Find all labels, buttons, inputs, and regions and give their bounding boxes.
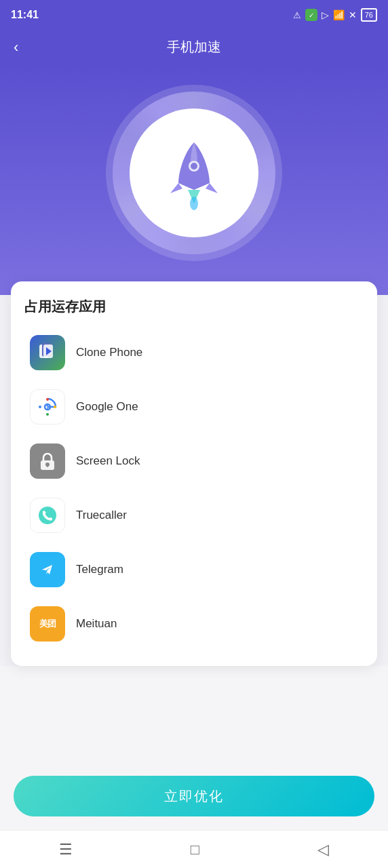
list-item: Truecaller (24, 490, 364, 541)
screen-lock-svg (38, 451, 57, 471)
card-title: 占用运存应用 (24, 298, 364, 316)
battery-indicator: 76 (361, 8, 377, 22)
list-item: Screen Lock (24, 435, 364, 487)
meituan-label: Meituan (76, 617, 117, 631)
app-list-card: 占用运存应用 Clone Phone (11, 281, 377, 666)
list-item: 1 Google One (24, 381, 364, 433)
hero-section (0, 64, 388, 295)
svg-point-7 (46, 398, 49, 401)
app-icon-1: ✓ (305, 9, 317, 21)
list-item: Telegram (24, 544, 364, 595)
telegram-label: Telegram (76, 563, 123, 576)
google-one-icon: 1 (30, 389, 65, 425)
bottom-section: 立即优化 (0, 666, 388, 830)
svg-point-15 (39, 507, 56, 524)
list-item: 美团 Meituan (24, 598, 364, 650)
status-bar: 11:41 ⚠ ✓ ▷ 📶 ✕ 76 (0, 0, 388, 30)
page-header: ‹ 手机加速 (0, 30, 388, 64)
svg-point-10 (39, 406, 41, 408)
status-time: 11:41 (11, 9, 39, 21)
svg-point-8 (54, 406, 56, 408)
warning-icon: ⚠ (293, 10, 301, 20)
telegram-svg (37, 559, 58, 580)
svg-point-2 (190, 197, 198, 210)
battery-level: 76 (365, 11, 373, 19)
nav-back-icon[interactable]: ◁ (317, 841, 329, 859)
wifi-icon: 📶 (333, 9, 345, 20)
nav-menu-icon[interactable]: ☰ (59, 841, 73, 859)
truecaller-label: Truecaller (76, 509, 127, 522)
svg-point-16 (39, 561, 56, 578)
screen-lock-icon (30, 443, 65, 479)
signal-x-icon: ✕ (349, 9, 357, 20)
meituan-icon: 美团 (30, 606, 65, 642)
boost-circle-inner (130, 108, 258, 237)
screen-lock-label: Screen Lock (76, 454, 140, 468)
svg-point-1 (191, 163, 197, 170)
play-icon: ▷ (322, 9, 329, 20)
truecaller-svg (37, 505, 58, 526)
svg-rect-14 (47, 465, 48, 467)
clone-phone-icon (30, 335, 65, 370)
google-one-label: Google One (76, 400, 138, 414)
list-item: Clone Phone (24, 327, 364, 378)
rocket-icon (163, 136, 225, 210)
telegram-icon (30, 552, 65, 587)
truecaller-icon (30, 498, 65, 533)
page-title: 手机加速 (167, 38, 221, 56)
status-icons: ⚠ ✓ ▷ 📶 ✕ 76 (293, 8, 377, 22)
meituan-text: 美团 (39, 618, 56, 630)
svg-text:1: 1 (45, 404, 50, 412)
clone-phone-svg (37, 342, 58, 363)
boost-circle-outer[interactable] (106, 85, 282, 261)
back-button[interactable]: ‹ (14, 39, 18, 56)
svg-point-9 (46, 413, 49, 416)
optimize-button[interactable]: 立即优化 (14, 776, 374, 816)
nav-home-icon[interactable]: □ (191, 841, 199, 859)
nav-bar: ☰ □ ◁ (0, 830, 388, 868)
app-list: Clone Phone 1 Google One (24, 327, 364, 650)
clone-phone-label: Clone Phone (76, 346, 142, 359)
google-one-svg: 1 (37, 396, 58, 418)
